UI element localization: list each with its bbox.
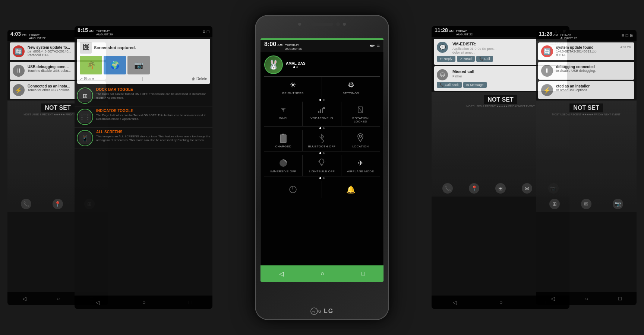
screenshot-images: 🌴 🌍 📷: [80, 56, 207, 74]
missed-call-icon: ☹: [437, 69, 448, 80]
home-btn-ml[interactable]: ○: [142, 299, 145, 305]
center-statusbar: 8:00 AM TUESDAY AUGUST 26 ✏ ≡: [261, 40, 383, 52]
bluetooth-label: BLUETOOTH OFF: [308, 145, 335, 148]
settings-list: ⊞ DOCK BAR TOGGLE The Dock bar can be Tu…: [75, 85, 212, 149]
qs-wifi[interactable]: WI-FI: [264, 102, 303, 126]
back-btn-fl[interactable]: ◁: [22, 296, 26, 302]
row-dots-1: [264, 98, 380, 102]
home-btn-fr[interactable]: ○: [585, 296, 588, 302]
center-home-btn[interactable]: ○: [321, 270, 324, 277]
qs-bell[interactable]: 🔔: [322, 181, 380, 198]
svg-rect-9: [280, 135, 286, 143]
center-phone: 8:00 AM TUESDAY AUGUST 26 ✏ ≡: [255, 15, 389, 320]
mid-left-navbar: ◁ ○ □: [75, 296, 212, 309]
reply-btn[interactable]: ↩ Reply: [437, 56, 455, 62]
phone-camera: [304, 22, 308, 26]
battery-icon: [278, 133, 288, 143]
mid-right-ampm: AM: [449, 29, 454, 33]
far-left-ampm: PM: [22, 33, 26, 36]
back-btn-ml[interactable]: ◁: [96, 299, 100, 305]
svg-rect-3: [322, 108, 323, 113]
qs-immersive[interactable]: IMMERSIVE OFF: [264, 155, 303, 176]
indicator-icon-circle: ⋮⋮: [77, 109, 93, 125]
back-btn-fr[interactable]: ◁: [551, 296, 555, 302]
signal-icon: [316, 105, 327, 115]
rotation-label: ROTATIONLOCKED: [352, 117, 369, 123]
message-btn[interactable]: ✉ Message: [463, 82, 487, 88]
lg-text: LG: [324, 308, 334, 315]
mid-right-time: 11:28: [435, 27, 448, 33]
map-icon-fl: 📍: [53, 199, 63, 209]
qs-brightness[interactable]: ☀ BRIGHTNESS: [264, 77, 322, 98]
dockbar-icon: ⊞: [79, 89, 91, 102]
far-right-daydate: FRIDAY AUGUST 22: [561, 33, 577, 40]
mid-left-time: 8:15: [78, 27, 88, 33]
divider: [142, 77, 143, 81]
lightbulb-label: LIGHTBULB OFF: [309, 170, 335, 173]
phone-screen: 8:00 AM TUESDAY AUGUST 26 ✏ ≡: [260, 38, 384, 282]
phone-icon-fl: 📞: [21, 199, 31, 209]
qs-power[interactable]: [264, 181, 322, 198]
far-right-time: 11:28: [539, 31, 552, 37]
notif-debug-text-fr: debugging connected to disable USB debug…: [556, 65, 631, 73]
screenshot-panel: 🖼 Screenshot captured. 🌴 🌍 📷 ↗ Share 🗑: [77, 39, 210, 84]
dockbar-desc: The Dock bar can be Turned ON / OFF. Thi…: [96, 92, 210, 100]
notif-usb-icon: ⏸: [13, 65, 25, 77]
allscreens-icon-circle: 📱: [77, 130, 93, 146]
cam-icon-fr: 📷: [613, 199, 623, 209]
mid-left-statusbar: 8:15 AM TUESDAY AUGUST 26 ≡□: [75, 26, 212, 37]
wifi-icon: [278, 105, 288, 115]
power-icon: [288, 184, 298, 195]
home-btn-fl[interactable]: ○: [57, 296, 60, 302]
bell-icon: 🔔: [346, 184, 356, 195]
qs-row-2: WI-FI: [264, 102, 380, 127]
not-set-text-fl: NOT SET: [41, 103, 74, 112]
immersive-label: IMMERSIVE OFF: [270, 170, 296, 173]
read-btn[interactable]: ✓ Read: [457, 56, 475, 62]
svg-rect-10: [282, 134, 284, 135]
screenshot-header: 🖼 Screenshot captured.: [80, 42, 207, 54]
phone-icon-mr: 📞: [442, 183, 453, 194]
call-btn[interactable]: 📞 Call: [476, 56, 493, 62]
qs-charged[interactable]: CHARGED: [264, 130, 303, 151]
apps-icon-mr: ⊞: [495, 183, 506, 194]
settings-item-allscreens: 📱 ALL SCREENS This image is an ALL SCREE…: [75, 128, 212, 149]
share-action[interactable]: ↗ Share: [80, 77, 94, 81]
center-back-btn[interactable]: ◁: [279, 270, 284, 277]
center-time: 8:00: [264, 41, 276, 48]
qs-row-5: 🔔: [264, 180, 380, 199]
qs-settings[interactable]: ⚙ SETTINGS: [322, 77, 380, 98]
back-btn-mr[interactable]: ◁: [453, 299, 457, 305]
recent-btn-fr[interactable]: □: [618, 296, 621, 302]
qs-row-3: CHARGED BLUETOOTH OFF: [264, 130, 380, 151]
mid-left-ampm: AM: [89, 29, 94, 33]
center-date-block: TUESDAY AUGUST 26: [285, 44, 302, 51]
mid-left-body: 🖼 Screenshot captured. 🌴 🌍 📷 ↗ Share 🗑: [75, 37, 212, 296]
allscreens-title: ALL SCREENS: [96, 130, 210, 134]
center-recent-btn[interactable]: □: [362, 270, 365, 277]
far-right-ampm: AM: [553, 33, 558, 36]
far-left-time: 4:03: [10, 31, 21, 37]
notif-usb-conn-icon: ⚡: [13, 84, 25, 96]
qs-lightbulb[interactable]: LIGHTBULB OFF: [303, 155, 341, 176]
airplane-label: AIRPLANE MODE: [347, 170, 374, 173]
notif-install-icon-fr: ⚡: [541, 84, 553, 96]
center-time-block: 8:00 AM TUESDAY AUGUST 26: [264, 41, 302, 51]
notif-update-fr: 🔄 system update found 4:00 PM 1-4.5-BETA…: [538, 42, 634, 60]
far-right-statusbar: 11:28 AM FRIDAY AUGUST 22 ≡□⊞: [536, 30, 637, 41]
home-btn-mr[interactable]: ○: [499, 299, 502, 305]
allscreens-text: ALL SCREENS This image is an ALL SCREENS…: [96, 130, 210, 146]
notif-debug-fr: ⏸ debugging connected to disable USB deb…: [538, 62, 634, 80]
qs-location[interactable]: LOCATION: [341, 130, 380, 151]
delete-action[interactable]: 🗑 Delete: [192, 77, 207, 81]
recent-btn-ml[interactable]: □: [188, 299, 191, 305]
profile-avatar: 🐰: [264, 55, 283, 74]
phone-top-area: [298, 22, 346, 26]
qs-vodafone[interactable]: VODAFONE IN: [303, 102, 341, 126]
qs-airplane[interactable]: ✈ AIRPLANE MODE: [341, 155, 380, 176]
indicator-text: INDICATOR TOGGLE The Page Indicators can…: [96, 109, 210, 125]
vm-edistr-title: VM-EDISTR:: [452, 42, 476, 46]
callback-btn[interactable]: 📞 Call back: [437, 82, 462, 88]
qs-bluetooth[interactable]: BLUETOOTH OFF: [303, 130, 341, 151]
qs-rotation[interactable]: ROTATIONLOCKED: [341, 102, 380, 126]
